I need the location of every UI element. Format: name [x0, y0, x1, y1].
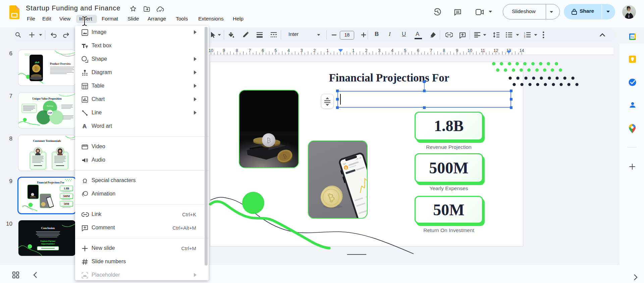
svg-text:500M: 500M	[63, 194, 70, 198]
svg-text:1.8B: 1.8B	[63, 187, 69, 190]
svg-text:50M: 50M	[63, 202, 69, 206]
svg-text:Financial Projections For: Financial Projections For	[37, 181, 64, 184]
svg-text:1: 1	[352, 48, 355, 53]
svg-text:8: 8	[443, 48, 445, 53]
svg-text:31: 31	[631, 35, 634, 39]
svg-text:4: 4	[287, 48, 290, 53]
svg-text:5: 5	[404, 48, 407, 53]
svg-text:Explore Partner: Explore Partner	[40, 240, 55, 242]
svg-text:Conclusion: Conclusion	[41, 226, 55, 230]
svg-text:3: 3	[524, 36, 525, 38]
svg-text:Opportunities!: Opportunities!	[41, 242, 55, 245]
svg-text:Building: Building	[47, 105, 53, 107]
svg-text:10: 10	[468, 48, 472, 53]
svg-text:3: 3	[378, 48, 380, 53]
svg-text:Product Overview: Product Overview	[50, 62, 71, 65]
svg-text:Ω: Ω	[83, 178, 87, 184]
svg-text:1: 1	[326, 48, 329, 53]
svg-text:12: 12	[493, 48, 498, 53]
svg-text:11: 11	[481, 48, 485, 53]
svg-text:Unique Value Proposition: Unique Value Proposition	[32, 97, 62, 100]
svg-text:14: 14	[519, 48, 524, 53]
svg-text:9: 9	[223, 48, 225, 53]
svg-text:₿: ₿	[266, 137, 271, 144]
svg-text:10: 10	[209, 48, 213, 53]
svg-text:2: 2	[313, 48, 316, 53]
svg-text:A: A	[82, 123, 86, 129]
svg-text:Customer Testimonials: Customer Testimonials	[33, 139, 61, 143]
svg-text:5: 5	[275, 48, 277, 53]
svg-text:3: 3	[301, 48, 303, 53]
svg-text:8: 8	[236, 48, 238, 53]
svg-text:7: 7	[430, 48, 432, 53]
svg-text:₿: ₿	[35, 66, 37, 71]
svg-text:6: 6	[262, 48, 264, 53]
svg-text:2: 2	[365, 48, 368, 53]
svg-text:4: 4	[391, 48, 393, 53]
svg-text:9: 9	[456, 48, 458, 53]
svg-text:UVP: UVP	[48, 112, 52, 114]
svg-text:6: 6	[417, 48, 419, 53]
svg-text:7: 7	[249, 48, 251, 53]
